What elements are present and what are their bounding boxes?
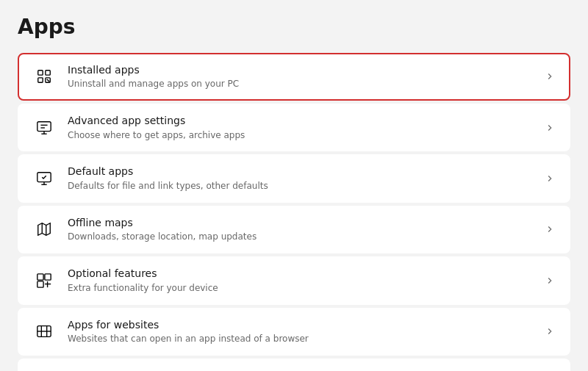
optional-features-chevron: [542, 273, 557, 288]
offline-maps-chevron: [542, 222, 557, 237]
offline-maps-text: Offline maps Downloads, storage location…: [68, 216, 542, 243]
advanced-app-settings-subtitle: Choose where to get apps, archive apps: [68, 129, 542, 142]
apps-for-websites-chevron: [542, 324, 557, 339]
svg-rect-14: [37, 274, 43, 280]
svg-marker-11: [38, 223, 51, 236]
offline-maps-subtitle: Downloads, storage location, map updates: [68, 231, 542, 243]
advanced-app-settings-text: Advanced app settings Choose where to ge…: [68, 114, 542, 141]
advanced-app-settings-icon: [31, 115, 57, 141]
advanced-app-settings-chevron: [542, 120, 557, 135]
svg-rect-15: [45, 274, 51, 280]
installed-apps-icon: [31, 63, 57, 90]
optional-features-subtitle: Extra functionality for your device: [68, 282, 542, 295]
default-apps-subtitle: Defaults for file and link types, other …: [68, 180, 542, 192]
settings-item-advanced-app-settings[interactable]: Advanced app settings Choose where to ge…: [18, 104, 570, 151]
settings-list: Installed apps Uninstall and manage apps…: [18, 53, 570, 371]
default-apps-icon: [31, 165, 57, 192]
svg-rect-1: [46, 71, 50, 75]
installed-apps-subtitle: Uninstall and manage apps on your PC: [68, 78, 542, 90]
page-container: Apps Installed apps Uninstall and manage…: [0, 0, 588, 371]
apps-for-websites-subtitle: Websites that can open in an app instead…: [68, 333, 542, 345]
svg-rect-5: [37, 121, 51, 131]
offline-maps-title: Offline maps: [68, 216, 542, 231]
offline-maps-icon: [31, 216, 57, 242]
settings-item-installed-apps[interactable]: Installed apps Uninstall and manage apps…: [18, 53, 570, 101]
page-title: Apps: [18, 15, 570, 40]
svg-rect-2: [38, 78, 43, 82]
apps-for-websites-icon: [31, 318, 57, 345]
installed-apps-title: Installed apps: [68, 63, 542, 78]
settings-item-apps-for-websites[interactable]: Apps for websites Websites that can open…: [18, 308, 570, 356]
svg-rect-0: [38, 71, 43, 75]
default-apps-text: Default apps Defaults for file and link …: [68, 165, 542, 192]
svg-rect-16: [37, 281, 43, 287]
apps-for-websites-text: Apps for websites Websites that can open…: [68, 318, 542, 345]
settings-item-offline-maps[interactable]: Offline maps Downloads, storage location…: [18, 206, 570, 253]
default-apps-title: Default apps: [68, 165, 542, 179]
settings-item-default-apps[interactable]: Default apps Defaults for file and link …: [18, 154, 570, 202]
svg-line-4: [47, 79, 50, 82]
default-apps-chevron: [542, 171, 557, 186]
optional-features-title: Optional features: [68, 267, 542, 281]
apps-for-websites-title: Apps for websites: [68, 318, 542, 333]
advanced-app-settings-title: Advanced app settings: [68, 114, 542, 129]
settings-item-video-playback[interactable]: Video playback Video adjustments, HDR st…: [18, 359, 570, 371]
installed-apps-text: Installed apps Uninstall and manage apps…: [68, 63, 542, 90]
installed-apps-chevron: [542, 69, 557, 84]
optional-features-icon: [31, 267, 57, 294]
settings-item-optional-features[interactable]: Optional features Extra functionality fo…: [18, 256, 570, 304]
optional-features-text: Optional features Extra functionality fo…: [68, 267, 542, 294]
